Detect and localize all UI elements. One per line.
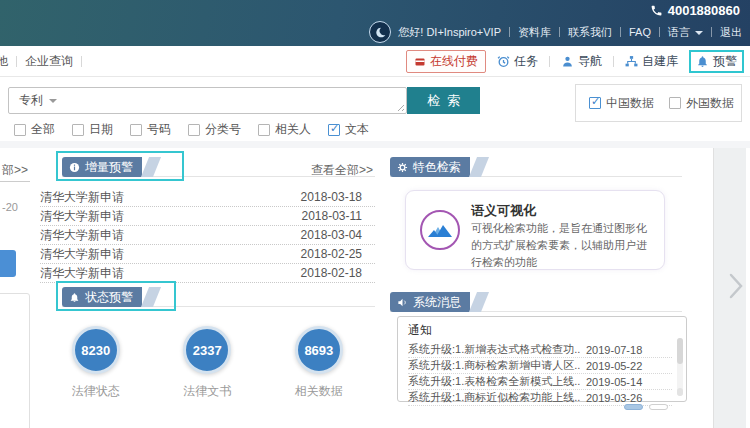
pager-dot[interactable] xyxy=(649,404,668,410)
stat-related-data[interactable]: 8693 相关数据 xyxy=(263,326,375,400)
ribbon-tail xyxy=(469,157,489,177)
list-item[interactable]: 清华大学新申请2018-02-18 xyxy=(40,264,375,283)
menu-faq[interactable]: FAQ xyxy=(629,26,651,38)
menu-library[interactable]: 资料库 xyxy=(518,25,551,40)
stat-value-circle: 8230 xyxy=(72,326,120,374)
tasks-button[interactable]: 任务 xyxy=(497,53,538,70)
navigation-button[interactable]: 导航 xyxy=(561,53,602,70)
toolbar-actions: 在线付费 任务 导航 自建库 预警 xyxy=(406,46,744,77)
checkbox-icon xyxy=(72,124,84,136)
phone-icon xyxy=(650,4,663,17)
custom-library-button[interactable]: 自建库 xyxy=(625,53,678,70)
stat-value-circle: 2337 xyxy=(183,326,231,374)
cut-range-text: -20 xyxy=(2,201,18,213)
ribbon-tail xyxy=(141,157,161,177)
checkbox-icon xyxy=(188,124,200,136)
list-item[interactable]: 清华大学新申请2018-03-11 xyxy=(40,207,375,226)
stat-legal-status[interactable]: 8230 法律状态 xyxy=(40,326,152,400)
person-icon xyxy=(561,55,574,68)
increment-alert-list: 清华大学新申请2018-03-18 清华大学新申请2018-03-11 清华大学… xyxy=(40,188,375,283)
user-avatar[interactable] xyxy=(369,21,391,43)
greeting[interactable]: 您好! DI+Inspiro+VIP xyxy=(398,25,501,40)
data-source-panel: 中国数据 外国数据 xyxy=(575,84,742,122)
filter-all[interactable]: 全部 xyxy=(14,121,55,138)
filter-text[interactable]: 文本 xyxy=(328,121,369,138)
top-menu: 您好! DI+Inspiro+VIP 资料库 联系我们 FAQ 语言 退出 xyxy=(369,20,742,44)
hotline: 4001880860 xyxy=(650,3,740,18)
notice-title: 通知 xyxy=(408,322,672,339)
section-divider xyxy=(0,141,750,148)
pay-card-icon xyxy=(414,56,426,68)
resize-handle[interactable] xyxy=(395,102,404,111)
filter-number[interactable]: 号码 xyxy=(130,121,171,138)
top-bar: 4001880860 您好! DI+Inspiro+VIP 资料库 联系我们 F… xyxy=(0,0,750,46)
bell-icon xyxy=(69,292,80,303)
alerts-button[interactable]: 预警 xyxy=(696,53,737,70)
scrollbar-thumb[interactable] xyxy=(677,338,683,364)
filter-row: 全部 日期 号码 分类号 相关人 文本 xyxy=(14,121,369,138)
card-description: 可视化检索功能，是旨在通过图形化的方式扩展检索要素，以辅助用户进行检索的功能 xyxy=(471,220,655,271)
list-item[interactable]: 系统升级:1.新增表达式格式检查功...2019-07-18 xyxy=(408,342,672,358)
stat-legal-document[interactable]: 2337 法律文书 xyxy=(152,326,264,400)
view-all-link[interactable]: 查看全部>> xyxy=(311,162,373,179)
scrollbar[interactable] xyxy=(677,338,683,396)
bell-icon xyxy=(696,55,709,68)
menu-contact[interactable]: 联系我们 xyxy=(568,25,612,40)
notice-card: 通知 系统升级:1.新增表达式格式检查功...2019-07-18 系统升级:1… xyxy=(397,316,687,402)
cut-blue-button[interactable] xyxy=(0,250,16,277)
search-input[interactable]: 专利 xyxy=(8,87,407,114)
list-item[interactable]: 清华大学新申请2018-03-18 xyxy=(40,188,375,207)
divider xyxy=(659,27,660,37)
divider xyxy=(711,27,712,37)
list-item[interactable]: 系统升级:1.商标检索新增申请人区...2019-05-22 xyxy=(408,358,672,374)
checkbox-china-data[interactable]: 中国数据 xyxy=(589,95,654,112)
increment-alert-header: 增量预警 xyxy=(62,157,157,177)
search-section: 专利 检索 中国数据 外国数据 全部 日期 号码 分类号 相关人 文本 xyxy=(0,77,750,141)
chevron-down-icon xyxy=(695,31,703,35)
checkbox-icon xyxy=(258,124,270,136)
nav-enterprise-search[interactable]: 企业查询 xyxy=(25,53,73,70)
list-item[interactable]: 清华大学新申请2018-03-04 xyxy=(40,226,375,245)
list-item[interactable]: 清华大学新申请2018-02-25 xyxy=(40,245,375,264)
list-item[interactable]: 系统升级:1.表格检索全新模式上线...2019-05-14 xyxy=(408,374,672,390)
cut-view-all-link[interactable]: 部>> xyxy=(2,162,28,179)
semantic-visualization-card[interactable]: 语义可视化 可视化检索功能，是旨在通过图形化的方式扩展检索要素，以辅助用户进行检… xyxy=(405,190,665,270)
hotline-number: 4001880860 xyxy=(668,3,740,18)
online-pay-button[interactable]: 在线付费 xyxy=(406,50,486,73)
divider xyxy=(0,181,30,182)
divider xyxy=(559,27,560,37)
gear-icon xyxy=(397,162,408,173)
checkbox-icon xyxy=(328,124,340,136)
checkbox-icon xyxy=(589,97,601,109)
feature-message-panel: 特色检索 语义可视化 可视化检索功能，是旨在通过图形化的方式扩展检索要素，以辅助… xyxy=(390,148,712,428)
carousel-pager xyxy=(624,404,668,410)
search-type-select[interactable]: 专利 xyxy=(19,88,57,113)
filter-date[interactable]: 日期 xyxy=(72,121,113,138)
toolbar-nav: 他 企业查询 xyxy=(0,46,82,77)
system-message-header: 系统消息 xyxy=(390,292,485,312)
crescent-icon xyxy=(374,26,387,39)
checkbox-foreign-data[interactable]: 外国数据 xyxy=(669,95,734,112)
menu-logout[interactable]: 退出 xyxy=(720,25,742,40)
cut-card xyxy=(0,293,30,428)
pager-dot-active[interactable] xyxy=(624,404,643,410)
next-page-arrow[interactable] xyxy=(728,272,744,300)
chevron-down-icon xyxy=(49,99,57,103)
status-stats: 8230 法律状态 2337 法律文书 8693 相关数据 xyxy=(40,326,375,400)
alerts-panel: 增量预警 查看全部>> 清华大学新申请2018-03-18 清华大学新申请201… xyxy=(40,148,375,428)
filter-related-person[interactable]: 相关人 xyxy=(258,121,311,138)
divider xyxy=(549,56,550,67)
divider xyxy=(81,56,82,67)
nav-other[interactable]: 他 xyxy=(0,53,8,70)
search-button[interactable]: 检索 xyxy=(407,87,480,114)
ribbon-tail xyxy=(141,287,161,307)
stat-value-circle: 8693 xyxy=(295,326,343,374)
scrollbar-end xyxy=(677,388,683,396)
divider xyxy=(509,27,510,37)
divider xyxy=(613,56,614,67)
checkbox-icon xyxy=(669,97,681,109)
clock-icon xyxy=(497,55,510,68)
alert-highlight-box: 预警 xyxy=(689,50,744,73)
menu-language[interactable]: 语言 xyxy=(668,25,703,40)
filter-classification[interactable]: 分类号 xyxy=(188,121,241,138)
